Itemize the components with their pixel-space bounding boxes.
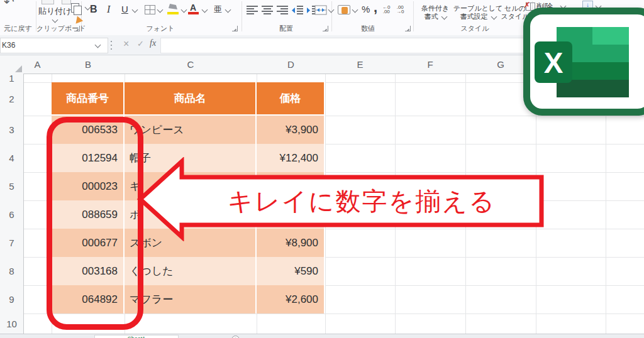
- row-header-10[interactable]: 10: [0, 313, 24, 334]
- column-header-C[interactable]: C: [125, 55, 257, 74]
- clipboard-group-label: クリップボード: [36, 24, 78, 33]
- decrease-decimal-bottom: →0: [396, 9, 404, 14]
- delete-x-icon: ✗: [524, 1, 530, 9]
- cell-styles-line1: セルの: [504, 4, 526, 12]
- enter-icon[interactable]: ✓: [137, 39, 144, 48]
- copy-icon-back: [74, 6, 82, 15]
- ruby-chevron-down-icon[interactable]: [225, 7, 231, 13]
- copy-page-icon: [62, 0, 71, 4]
- undo-group-label: 元に戻す: [1, 24, 35, 33]
- italic-button[interactable]: I: [107, 4, 110, 15]
- borders-icon[interactable]: [145, 5, 155, 14]
- row-header-7[interactable]: 7: [0, 229, 24, 258]
- decrease-indent-icon[interactable]: [292, 6, 303, 15]
- column-header-F[interactable]: F: [395, 55, 466, 74]
- row-header-5[interactable]: 5: [0, 172, 24, 201]
- font-color-bar: [188, 12, 199, 14]
- increase-decimal-button[interactable]: ←0 .00: [382, 5, 390, 14]
- name-box-value: K36: [2, 41, 15, 50]
- cell-product-name[interactable]: くつした: [125, 257, 257, 285]
- underline-chevron-down-icon[interactable]: [132, 7, 138, 13]
- paste-button[interactable]: 貼り付け: [38, 6, 72, 17]
- styles-group-label: スタイル: [447, 24, 503, 33]
- highlight-rounded-rectangle: [47, 117, 143, 330]
- cancel-icon[interactable]: ×: [123, 38, 129, 50]
- font-color-chevron-down-icon[interactable]: [202, 7, 208, 13]
- group-separator: [242, 1, 242, 31]
- excel-logo-icon: X: [530, 18, 637, 109]
- decrease-decimal-button[interactable]: .00 →0: [396, 5, 404, 14]
- increase-decimal-bottom: .00: [383, 9, 390, 14]
- table-header-cell[interactable]: 価格: [257, 82, 325, 116]
- underline-button[interactable]: U: [121, 4, 128, 14]
- select-all-corner[interactable]: [0, 55, 24, 74]
- annotation-arrow-text: キレイに数字を揃える: [184, 180, 540, 222]
- column-header-E[interactable]: E: [325, 55, 396, 74]
- table-header-cell[interactable]: 商品番号: [52, 82, 125, 116]
- alignment-dialog-launcher[interactable]: [323, 26, 328, 31]
- group-separator: [331, 1, 332, 31]
- fill-color-icon[interactable]: [169, 4, 177, 10]
- format-as-table-chevron-down-icon: [491, 14, 497, 20]
- row-header-2[interactable]: 2: [0, 82, 24, 116]
- undo-icon[interactable]: ↶: [4, 0, 14, 9]
- formula-bar-drag-handle[interactable]: [111, 41, 112, 50]
- cell-price[interactable]: ¥590: [257, 257, 325, 285]
- conditional-chevron-down-icon: [441, 14, 447, 20]
- font-color-button[interactable]: A: [190, 3, 196, 13]
- merge-center-icon[interactable]: [314, 5, 327, 15]
- excel-logo-letter: X: [544, 46, 564, 79]
- align-center-icon[interactable]: [262, 6, 273, 15]
- cell-price[interactable]: ¥3,900: [257, 116, 325, 144]
- align-right-icon[interactable]: [277, 6, 288, 15]
- conditional-formatting-line2: 書式: [424, 13, 438, 20]
- group-separator: [413, 1, 414, 31]
- paste-icon[interactable]: [42, 0, 54, 4]
- conditional-formatting-line1: 条件付き: [421, 4, 449, 12]
- column-header-D[interactable]: D: [257, 55, 326, 74]
- row-header-4[interactable]: 4: [0, 144, 24, 173]
- row-header-9[interactable]: 9: [0, 285, 24, 314]
- percent-style-button[interactable]: %: [362, 4, 370, 14]
- number-format-chevron-down-icon[interactable]: [352, 7, 358, 13]
- font-dialog-launcher[interactable]: [232, 26, 238, 31]
- number-dialog-launcher[interactable]: [405, 26, 411, 31]
- fx-icon[interactable]: fx: [150, 38, 156, 48]
- row-header-6[interactable]: 6: [0, 200, 24, 229]
- table-header-cell[interactable]: 商品名: [125, 82, 257, 116]
- row-header-1[interactable]: 1: [0, 74, 24, 83]
- conditional-formatting-button[interactable]: 条件付き 書式: [417, 4, 453, 21]
- row-header-3[interactable]: 3: [0, 116, 24, 144]
- cell-product-name[interactable]: マフラー: [125, 285, 257, 313]
- sheet-tab-bar: Sheet1 +: [0, 334, 644, 338]
- cell-price[interactable]: ¥2,600: [257, 285, 325, 313]
- name-box[interactable]: K36: [0, 38, 108, 53]
- add-sheet-button[interactable]: +: [231, 335, 240, 338]
- phonetic-ruby-button[interactable]: 亜: [214, 4, 222, 15]
- number-group-label: 数値: [343, 24, 393, 33]
- number-format-icon-accent: [341, 7, 348, 14]
- active-sheet-tab[interactable]: Sheet1: [94, 335, 179, 338]
- clipboard-dialog-launcher[interactable]: [74, 26, 80, 31]
- borders-chevron-down-icon[interactable]: [157, 7, 164, 13]
- column-header-A[interactable]: A: [23, 55, 52, 74]
- merge-chevron-down-icon[interactable]: [328, 7, 335, 13]
- alignment-group-label: 配置: [258, 24, 314, 33]
- cell-product-name[interactable]: ワンピース: [125, 116, 257, 144]
- paste-chevron-down-icon[interactable]: [52, 17, 58, 23]
- row-header-8[interactable]: 8: [0, 257, 24, 286]
- format-as-table-line1: テーブルとして: [453, 4, 503, 12]
- comma-style-button[interactable]: ,: [374, 0, 377, 16]
- column-header-B[interactable]: B: [52, 55, 125, 74]
- font-group-label: フォント: [132, 24, 189, 33]
- fill-color-bar: [167, 12, 179, 14]
- fill-color-chevron-down-icon[interactable]: [181, 7, 187, 13]
- format-as-table-button[interactable]: テーブルとして 書式設定: [450, 4, 506, 21]
- format-as-table-line2: 書式設定: [460, 13, 487, 20]
- bold-button[interactable]: B: [90, 4, 97, 15]
- align-left-icon[interactable]: [247, 6, 258, 15]
